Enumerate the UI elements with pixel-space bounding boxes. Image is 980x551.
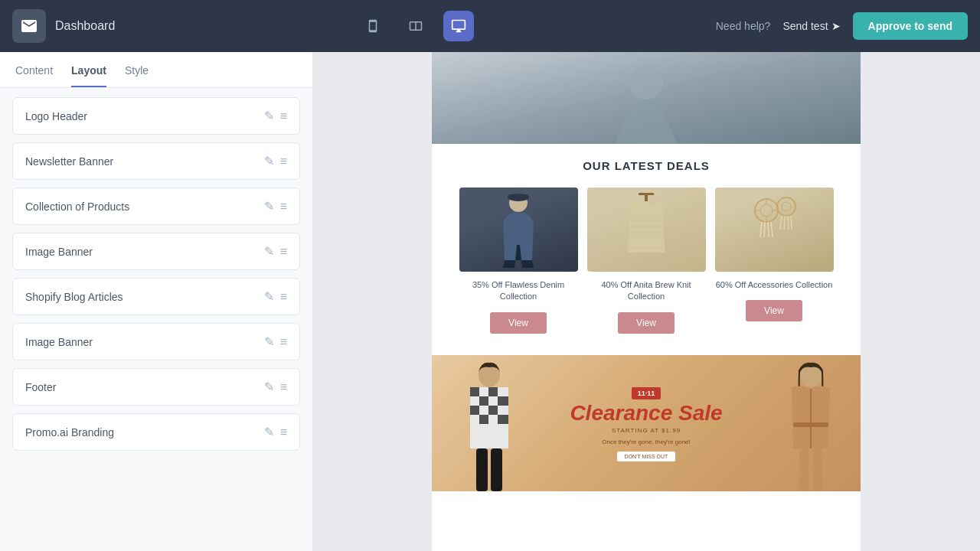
- tab-style[interactable]: Style: [125, 64, 149, 87]
- svg-rect-37: [479, 396, 488, 406]
- deal-card-denim: 35% Off Flawless Denim Collection View: [459, 187, 578, 334]
- approve-to-send-button[interactable]: Approve to send: [853, 12, 968, 40]
- view-button-accessories[interactable]: View: [746, 300, 802, 321]
- svg-line-23: [771, 222, 773, 237]
- pencil-icon[interactable]: ✎: [264, 154, 274, 168]
- deal-card-accessories: 60% Off Accessories Collection View: [715, 187, 834, 334]
- panel-item-shopify-blog-articles[interactable]: Shopify Blog Articles ✎ ≡: [12, 278, 300, 315]
- svg-rect-36: [470, 396, 479, 406]
- svg-rect-5: [645, 195, 648, 201]
- panel-tabs: Content Layout Style: [0, 52, 312, 88]
- pencil-icon[interactable]: ✎: [264, 109, 274, 123]
- svg-point-25: [782, 202, 791, 211]
- svg-rect-47: [498, 415, 508, 424]
- svg-rect-46: [488, 415, 498, 424]
- svg-rect-40: [470, 406, 479, 415]
- svg-rect-44: [470, 415, 479, 424]
- panel-item-actions: ✎ ≡: [264, 244, 287, 259]
- panel-item-footer[interactable]: Footer ✎ ≡: [12, 368, 300, 406]
- panel-item-actions: ✎ ≡: [264, 109, 287, 123]
- tablet-view-button[interactable]: [400, 11, 431, 41]
- svg-rect-41: [479, 406, 488, 415]
- svg-point-24: [777, 197, 795, 216]
- email-deals-section: OUR LATEST DEALS: [432, 144, 861, 355]
- clearance-cta2-button[interactable]: DON'T MISS OUT: [617, 452, 676, 461]
- send-test-button[interactable]: Send test ➤: [782, 20, 840, 32]
- clearance-banner: 11·11 Clearance Sale STARTING AT $1.99 O…: [432, 355, 861, 491]
- pencil-icon[interactable]: ✎: [264, 380, 274, 394]
- panel-item-actions: ✎ ≡: [264, 199, 287, 214]
- tab-layout[interactable]: Layout: [71, 64, 106, 87]
- panel-item-logo-header[interactable]: Logo Header ✎ ≡: [12, 97, 300, 135]
- svg-rect-33: [479, 387, 488, 396]
- clearance-figure-left: [455, 361, 524, 491]
- email-hero-image: [432, 52, 861, 144]
- tab-content[interactable]: Content: [15, 64, 53, 87]
- panel-item-actions: ✎ ≡: [264, 154, 287, 168]
- reorder-icon[interactable]: ≡: [280, 155, 287, 168]
- clearance-content: 11·11 Clearance Sale STARTING AT $1.99 O…: [570, 385, 722, 461]
- svg-line-29: [791, 216, 792, 230]
- main-layout: Content Layout Style Logo Header ✎ ≡ New…: [0, 52, 980, 551]
- panel-item-actions: ✎ ≡: [264, 334, 287, 349]
- svg-point-15: [760, 204, 773, 217]
- svg-rect-54: [799, 448, 808, 491]
- view-button-knit[interactable]: View: [618, 312, 675, 334]
- panel-item-collection-of-products[interactable]: Collection of Products ✎ ≡: [12, 187, 300, 225]
- svg-rect-45: [479, 415, 488, 424]
- reorder-icon[interactable]: ≡: [280, 200, 287, 214]
- reorder-icon[interactable]: ≡: [280, 109, 287, 123]
- svg-point-1: [629, 66, 663, 99]
- deals-title: OUR LATEST DEALS: [450, 159, 842, 172]
- panel-item-image-banner-1[interactable]: Image Banner ✎ ≡: [12, 233, 300, 270]
- svg-rect-55: [813, 448, 822, 491]
- clearance-subtitle: STARTING AT $1.99: [570, 427, 722, 434]
- svg-rect-34: [488, 387, 498, 396]
- logo-area: [12, 9, 46, 43]
- view-button-denim[interactable]: View: [490, 312, 547, 334]
- pencil-icon[interactable]: ✎: [264, 334, 274, 349]
- deal-card-title-denim: 35% Off Flawless Denim Collection: [459, 279, 578, 303]
- panel-item-promo-branding[interactable]: Promo.ai Branding ✎ ≡: [12, 413, 300, 451]
- svg-rect-35: [498, 387, 508, 396]
- svg-line-20: [760, 222, 762, 237]
- dashboard-title: Dashboard: [55, 19, 115, 33]
- reorder-icon[interactable]: ≡: [280, 380, 287, 394]
- pencil-icon[interactable]: ✎: [264, 425, 274, 439]
- panel-item-newsletter-banner[interactable]: Newsletter Banner ✎ ≡: [12, 142, 300, 180]
- pencil-icon[interactable]: ✎: [264, 289, 274, 304]
- desktop-view-button[interactable]: [443, 11, 474, 41]
- svg-rect-50: [491, 448, 502, 491]
- clearance-cta1: Once they're gone, they're gone!: [570, 439, 722, 445]
- deal-card-image-accessories: [715, 187, 834, 272]
- pencil-icon[interactable]: ✎: [264, 199, 274, 214]
- panel-items-list: Logo Header ✎ ≡ Newsletter Banner ✎ ≡ Co…: [0, 88, 312, 551]
- deal-card-image-denim: [459, 187, 578, 272]
- svg-rect-53: [793, 422, 828, 427]
- panel-item-actions: ✎ ≡: [264, 380, 287, 394]
- svg-line-28: [788, 216, 789, 230]
- svg-line-22: [768, 222, 769, 237]
- clearance-badge: 11·11: [632, 387, 662, 399]
- svg-rect-38: [488, 396, 498, 406]
- svg-rect-42: [488, 406, 498, 415]
- reorder-icon[interactable]: ≡: [280, 290, 287, 304]
- svg-line-26: [780, 216, 782, 230]
- left-panel: Content Layout Style Logo Header ✎ ≡ New…: [0, 52, 312, 551]
- reorder-icon[interactable]: ≡: [280, 335, 287, 349]
- reorder-icon[interactable]: ≡: [280, 425, 287, 439]
- clearance-figure-right: [776, 361, 845, 491]
- svg-line-21: [764, 222, 765, 237]
- topnav-right: Need help? Send test ➤ Approve to send: [716, 12, 968, 40]
- deal-card-image-knit: [587, 187, 706, 272]
- deal-card-knit: 40% Off Anita Brew Knit Collection View: [587, 187, 706, 334]
- pencil-icon[interactable]: ✎: [264, 244, 274, 259]
- reorder-icon[interactable]: ≡: [280, 245, 287, 259]
- mobile-view-button[interactable]: [358, 11, 388, 41]
- svg-rect-4: [639, 193, 654, 195]
- panel-item-image-banner-2[interactable]: Image Banner ✎ ≡: [12, 323, 300, 360]
- clearance-title: Clearance Sale: [570, 403, 722, 424]
- email-preview-panel: OUR LATEST DEALS: [312, 52, 980, 551]
- email-preview: OUR LATEST DEALS: [432, 52, 861, 551]
- svg-line-27: [784, 216, 785, 230]
